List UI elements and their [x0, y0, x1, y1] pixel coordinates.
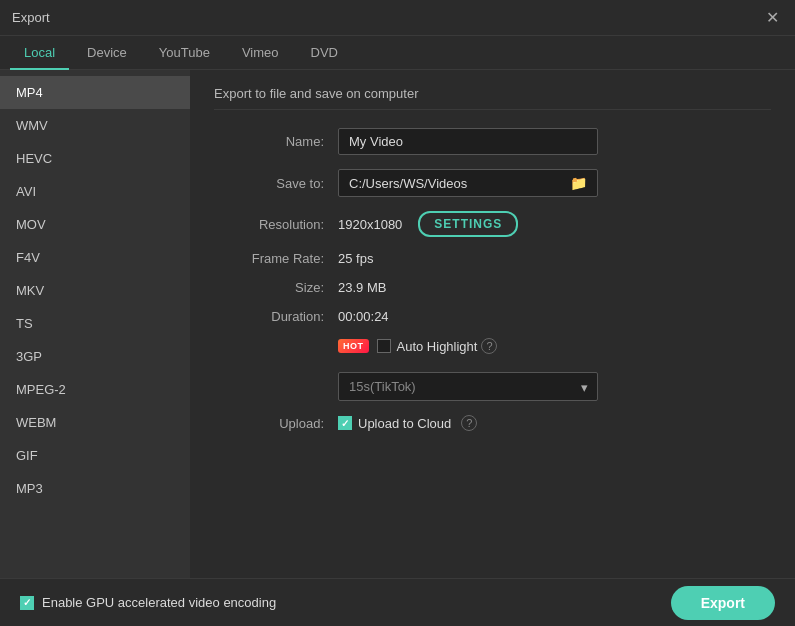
tabs-bar: Local Device YouTube Vimeo DVD	[0, 36, 795, 70]
export-window: Export ✕ Local Device YouTube Vimeo DVD …	[0, 0, 795, 626]
sidebar-item-wmv[interactable]: WMV	[0, 109, 190, 142]
duration-label: Duration:	[214, 309, 324, 324]
save-to-label: Save to:	[214, 176, 324, 191]
auto-highlight-row: HOT Auto Highlight ?	[214, 338, 771, 354]
upload-to-cloud-checkbox[interactable]	[338, 416, 352, 430]
frame-rate-value: 25 fps	[338, 251, 373, 266]
resolution-value: 1920x1080	[338, 217, 402, 232]
format-sidebar: MP4 WMV HEVC AVI MOV F4V MKV TS 3GP MPEG…	[0, 70, 190, 578]
close-button[interactable]: ✕	[762, 6, 783, 29]
settings-button[interactable]: SETTINGS	[418, 211, 518, 237]
content-area: MP4 WMV HEVC AVI MOV F4V MKV TS 3GP MPEG…	[0, 70, 795, 578]
auto-highlight-checkbox[interactable]	[377, 339, 391, 353]
gpu-checkbox[interactable]	[20, 596, 34, 610]
resolution-label: Resolution:	[214, 217, 324, 232]
name-input[interactable]	[338, 128, 598, 155]
sidebar-item-mp4[interactable]: MP4	[0, 76, 190, 109]
gpu-row: Enable GPU accelerated video encoding	[20, 595, 276, 610]
frame-rate-label: Frame Rate:	[214, 251, 324, 266]
duration-value: 00:00:24	[338, 309, 389, 324]
tab-local[interactable]: Local	[10, 37, 69, 70]
tab-dvd[interactable]: DVD	[297, 37, 352, 70]
sidebar-item-f4v[interactable]: F4V	[0, 241, 190, 274]
hot-badge: HOT	[338, 339, 369, 353]
upload-help-icon[interactable]: ?	[461, 415, 477, 431]
name-row: Name:	[214, 128, 771, 155]
export-button[interactable]: Export	[671, 586, 775, 620]
tiktok-dropdown-row: 15s(TikTok) 30s(Instagram) 60s(YouTube) …	[214, 368, 771, 401]
upload-to-cloud-label: Upload to Cloud	[358, 416, 451, 431]
sidebar-item-mov[interactable]: MOV	[0, 208, 190, 241]
upload-checkbox-container: Upload to Cloud ?	[338, 415, 477, 431]
sidebar-item-webm[interactable]: WEBM	[0, 406, 190, 439]
folder-icon[interactable]: 📁	[570, 175, 587, 191]
sidebar-item-gif[interactable]: GIF	[0, 439, 190, 472]
sidebar-item-mpeg2[interactable]: MPEG-2	[0, 373, 190, 406]
main-panel: Export to file and save on computer Name…	[190, 70, 795, 578]
sidebar-item-hevc[interactable]: HEVC	[0, 142, 190, 175]
bottom-bar: Enable GPU accelerated video encoding Ex…	[0, 578, 795, 626]
size-row: Size: 23.9 MB	[214, 280, 771, 295]
save-to-row: Save to: C:/Users/WS/Videos 📁	[214, 169, 771, 197]
window-title: Export	[12, 10, 50, 25]
gpu-label: Enable GPU accelerated video encoding	[42, 595, 276, 610]
sidebar-item-mp3[interactable]: MP3	[0, 472, 190, 505]
upload-row: Upload: Upload to Cloud ?	[214, 415, 771, 431]
auto-highlight-help-icon[interactable]: ?	[481, 338, 497, 354]
save-path-container[interactable]: C:/Users/WS/Videos 📁	[338, 169, 598, 197]
tab-device[interactable]: Device	[73, 37, 141, 70]
title-bar: Export ✕	[0, 0, 795, 36]
size-value: 23.9 MB	[338, 280, 386, 295]
save-path-text: C:/Users/WS/Videos	[349, 176, 564, 191]
sidebar-item-3gp[interactable]: 3GP	[0, 340, 190, 373]
auto-highlight-label: Auto Highlight	[397, 339, 478, 354]
sidebar-item-avi[interactable]: AVI	[0, 175, 190, 208]
name-label: Name:	[214, 134, 324, 149]
tab-vimeo[interactable]: Vimeo	[228, 37, 293, 70]
sidebar-item-mkv[interactable]: MKV	[0, 274, 190, 307]
auto-highlight-container: HOT Auto Highlight ?	[338, 338, 497, 354]
tiktok-dropdown[interactable]: 15s(TikTok) 30s(Instagram) 60s(YouTube)	[338, 372, 598, 401]
panel-title: Export to file and save on computer	[214, 86, 771, 110]
frame-rate-row: Frame Rate: 25 fps	[214, 251, 771, 266]
duration-row: Duration: 00:00:24	[214, 309, 771, 324]
sidebar-item-ts[interactable]: TS	[0, 307, 190, 340]
size-label: Size:	[214, 280, 324, 295]
tiktok-dropdown-container: 15s(TikTok) 30s(Instagram) 60s(YouTube) …	[338, 372, 598, 401]
upload-label: Upload:	[214, 416, 324, 431]
tab-youtube[interactable]: YouTube	[145, 37, 224, 70]
resolution-row: Resolution: 1920x1080 SETTINGS	[214, 211, 771, 237]
